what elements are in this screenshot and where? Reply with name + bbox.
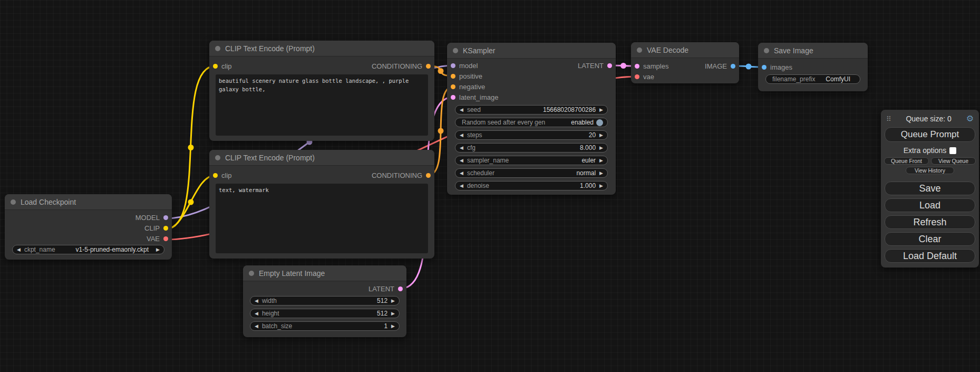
settings-gear-icon[interactable]: ⚙	[966, 115, 974, 123]
widget-value: 20	[589, 131, 596, 139]
widget-value: 156680208700286	[543, 106, 596, 113]
collapse-dot-icon[interactable]	[215, 46, 220, 51]
cfg-widget[interactable]: ◀ cfg 8.000 ▶	[455, 143, 608, 152]
decrement-arrow-icon[interactable]: ◀	[460, 133, 463, 138]
model-output-dot[interactable]	[163, 215, 168, 220]
height-widget[interactable]: ◀ height 512 ▶	[250, 309, 400, 318]
conditioning-output-dot[interactable]	[426, 173, 431, 178]
slot-label: CLIP	[144, 224, 160, 232]
load-default-button[interactable]: Load Default	[885, 249, 975, 263]
decrement-arrow-icon[interactable]: ◀	[255, 324, 258, 329]
node-title-bar[interactable]: Save Image	[758, 43, 868, 59]
decrement-arrow-icon[interactable]: ◀	[460, 184, 463, 188]
extra-options-label: Extra options	[904, 146, 947, 155]
collapse-dot-icon[interactable]	[249, 271, 254, 276]
node-title-bar[interactable]: Empty Latent Image	[243, 265, 406, 281]
negative-input-dot[interactable]	[451, 84, 455, 89]
increment-arrow-icon[interactable]: ▶	[156, 247, 160, 252]
random-seed-widget[interactable]: Random seed after every gen enabled	[455, 118, 608, 127]
increment-arrow-icon[interactable]: ▶	[599, 133, 603, 138]
node-title-bar[interactable]: CLIP Text Encode (Prompt)	[209, 41, 434, 56]
increment-arrow-icon[interactable]: ▶	[599, 158, 603, 163]
view-history-button[interactable]: View History	[906, 167, 954, 174]
image-output-dot[interactable]	[731, 64, 735, 69]
save-button[interactable]: Save	[885, 182, 975, 195]
node-vae-decode[interactable]: VAE Decode samples IMAGE vae	[631, 42, 739, 83]
filename-prefix-widget[interactable]: filename_prefix ComfyUI	[765, 74, 860, 84]
decrement-arrow-icon[interactable]: ◀	[460, 108, 463, 112]
increment-arrow-icon[interactable]: ▶	[391, 311, 395, 316]
extra-options-checkbox[interactable]	[949, 147, 956, 154]
decrement-arrow-icon[interactable]: ◀	[17, 247, 21, 252]
clip-input-dot[interactable]	[213, 173, 218, 178]
increment-arrow-icon[interactable]: ▶	[599, 171, 603, 176]
denoise-widget[interactable]: ◀ denoise 1.000 ▶	[455, 181, 608, 190]
collapse-dot-icon[interactable]	[11, 199, 16, 205]
vae-input-dot[interactable]	[635, 74, 639, 79]
widget-label: batch_size	[262, 322, 292, 330]
widget-label: Random seed after every gen	[462, 119, 545, 126]
random-seed-toggle[interactable]	[596, 119, 603, 126]
node-load-checkpoint[interactable]: Load Checkpoint MODEL CLIP VAE ◀ ckpt_na…	[5, 194, 172, 260]
ckpt-name-widget[interactable]: ◀ ckpt_name v1-5-pruned-emaonly.ckpt ▶	[12, 245, 164, 254]
drag-handle-icon[interactable]: ⠿	[886, 115, 891, 123]
positive-input-dot[interactable]	[451, 74, 455, 79]
samples-input-dot[interactable]	[635, 64, 639, 69]
latent-image-input-dot[interactable]	[451, 95, 455, 100]
steps-widget[interactable]: ◀ steps 20 ▶	[455, 130, 608, 140]
widget-label: ckpt_name	[24, 246, 55, 253]
decrement-arrow-icon[interactable]: ◀	[255, 311, 258, 316]
latent-output-dot[interactable]	[607, 63, 612, 68]
node-clip-text-encode-positive[interactable]: CLIP Text Encode (Prompt) clip CONDITION…	[209, 41, 434, 141]
node-title-bar[interactable]: KSampler	[447, 43, 616, 59]
load-button[interactable]: Load	[885, 198, 975, 212]
widget-value: v1-5-pruned-emaonly.ckpt	[76, 246, 149, 253]
node-ksampler[interactable]: KSampler model LATENT positive negative	[447, 43, 616, 195]
decrement-arrow-icon[interactable]: ◀	[460, 146, 463, 150]
queue-prompt-button[interactable]: Queue Prompt	[885, 127, 975, 142]
increment-arrow-icon[interactable]: ▶	[599, 108, 603, 112]
slot-label: images	[770, 63, 792, 71]
model-input-dot[interactable]	[451, 63, 455, 68]
clip-input-dot[interactable]	[213, 64, 218, 69]
images-input-dot[interactable]	[762, 65, 766, 70]
queue-front-button[interactable]: Queue Front	[884, 157, 929, 165]
batch-size-widget[interactable]: ◀ batch_size 1 ▶	[250, 321, 400, 331]
node-title-bar[interactable]: CLIP Text Encode (Prompt)	[209, 150, 434, 166]
scheduler-widget[interactable]: ◀ scheduler normal ▶	[455, 168, 608, 178]
collapse-dot-icon[interactable]	[453, 48, 458, 53]
decrement-arrow-icon[interactable]: ◀	[460, 158, 463, 163]
seed-widget[interactable]: ◀ seed 156680208700286 ▶	[455, 105, 608, 115]
widget-value: normal	[576, 169, 596, 177]
sampler-name-widget[interactable]: ◀ sampler_name euler ▶	[455, 156, 608, 165]
increment-arrow-icon[interactable]: ▶	[599, 184, 603, 188]
node-title-bar[interactable]: VAE Decode	[631, 42, 739, 58]
slot-label: clip	[221, 62, 232, 70]
increment-arrow-icon[interactable]: ▶	[391, 299, 395, 303]
prompt-textarea[interactable]: text, watermark	[216, 184, 428, 253]
widget-label: height	[262, 310, 279, 317]
conditioning-output-dot[interactable]	[426, 64, 431, 69]
vae-output-dot[interactable]	[163, 236, 168, 241]
node-title-bar[interactable]: Load Checkpoint	[5, 194, 172, 210]
latent-output-dot[interactable]	[398, 287, 403, 291]
node-empty-latent-image[interactable]: Empty Latent Image LATENT ◀ width 512 ▶ …	[243, 265, 406, 337]
view-queue-button[interactable]: View Queue	[931, 157, 976, 165]
width-widget[interactable]: ◀ width 512 ▶	[250, 296, 400, 306]
increment-arrow-icon[interactable]: ▶	[391, 324, 395, 329]
decrement-arrow-icon[interactable]: ◀	[255, 299, 258, 303]
slot-label: vae	[643, 73, 654, 81]
prompt-textarea[interactable]: beautiful scenery nature glass bottle la…	[216, 74, 428, 136]
clear-button[interactable]: Clear	[885, 232, 975, 246]
increment-arrow-icon[interactable]: ▶	[599, 146, 603, 150]
collapse-dot-icon[interactable]	[764, 48, 769, 53]
node-save-image[interactable]: Save Image images filename_prefix ComfyU…	[758, 43, 868, 91]
clip-output-dot[interactable]	[163, 226, 168, 231]
queue-size-label: Queue size: 0	[891, 115, 966, 123]
collapse-dot-icon[interactable]	[637, 47, 642, 53]
slot-label: VAE	[147, 235, 160, 243]
decrement-arrow-icon[interactable]: ◀	[460, 171, 463, 176]
collapse-dot-icon[interactable]	[215, 155, 220, 160]
refresh-button[interactable]: Refresh	[885, 215, 975, 229]
node-clip-text-encode-negative[interactable]: CLIP Text Encode (Prompt) clip CONDITION…	[209, 150, 434, 259]
